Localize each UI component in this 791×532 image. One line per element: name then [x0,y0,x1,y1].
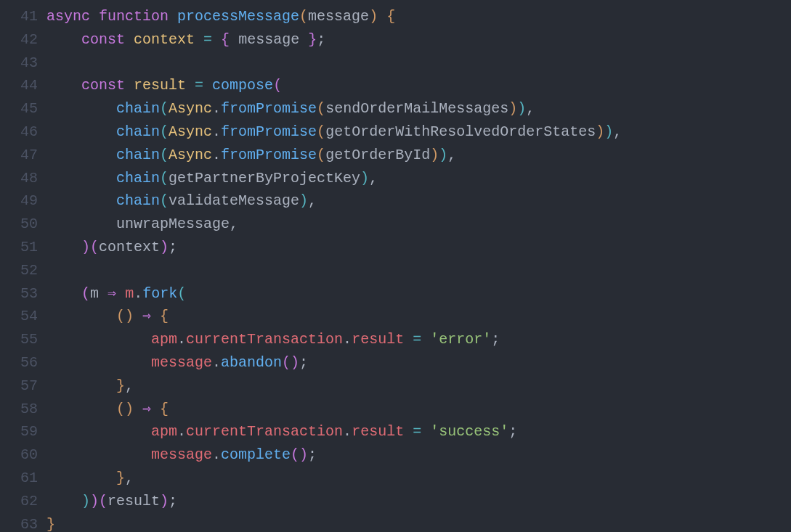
token: getOrderWithResolvedOrderStates [325,123,596,140]
token: { [160,308,169,324]
token: , [125,377,134,394]
code-line[interactable] [46,259,791,282]
token [46,401,116,417]
line-number: 52 [0,259,38,282]
token: . [134,285,142,302]
token: = [413,423,421,440]
code-line[interactable]: const result = compose( [46,74,791,97]
token [46,423,151,440]
code-line[interactable]: apm.currentTransaction.result = 'success… [46,420,791,443]
code-line[interactable]: }, [46,467,791,490]
token: Async [169,147,212,163]
code-line[interactable]: () ⇒ { [46,305,791,328]
code-line[interactable]: message.complete(); [46,443,791,467]
token [134,308,142,324]
code-line[interactable]: apm.currentTransaction.result = 'error'; [46,328,791,351]
token [421,423,430,440]
token: ( [317,100,325,117]
token [46,493,81,510]
token: ( [160,170,169,187]
token: 'error' [430,331,491,348]
line-number: 58 [0,398,38,421]
code-line[interactable]: (m ⇒ m.fork( [46,282,791,306]
token: ( [81,285,90,302]
token: context [99,239,160,255]
token: fork [142,285,177,302]
token: ( [160,192,169,209]
code-line[interactable]: } [46,513,791,532]
token [299,31,308,48]
token: , [308,192,317,209]
code-line[interactable]: chain(validateMessage), [46,189,791,213]
code-line[interactable]: chain(Async.fromPromise(sendOrderMailMes… [46,97,791,120]
token: compose [212,77,273,94]
token: ) [604,123,613,140]
code-line[interactable]: chain(Async.fromPromise(getOrderById)), [46,144,791,167]
code-line[interactable]: }, [46,375,791,398]
token: () [116,401,134,417]
token: ( [160,147,169,163]
token [46,285,81,302]
line-number: 49 [0,189,38,213]
token: currentTransaction [186,331,343,348]
token: . [177,331,186,348]
token [125,77,134,94]
token [46,77,81,94]
token [46,147,116,163]
token: ; [308,446,317,463]
token: apm [151,331,177,348]
token: ) [369,8,378,25]
token: ; [169,493,177,510]
code-line[interactable]: chain(getPartnerByProjectKey), [46,167,791,190]
code-line[interactable]: message.abandon(); [46,351,791,375]
token [46,446,151,463]
token: ; [508,423,517,440]
token [421,331,430,348]
code-line[interactable] [46,52,791,75]
token: , [230,216,238,232]
token: const [81,31,125,48]
token: message [238,31,299,48]
code-area[interactable]: async function processMessage(message) {… [46,5,791,532]
code-line[interactable]: chain(Async.fromPromise(getOrderWithReso… [46,120,791,144]
token [116,285,125,302]
token: . [212,446,221,463]
token: fromPromise [221,147,317,163]
token: , [526,100,535,117]
line-number: 59 [0,420,38,443]
token: ) [160,239,169,255]
token: . [212,147,221,163]
code-line[interactable]: unwrapMessage, [46,213,791,236]
line-number: 61 [0,467,38,490]
token: 'success' [430,423,508,440]
token: chain [116,170,160,187]
token: { [221,31,230,48]
token: m [90,285,99,302]
token [125,31,134,48]
code-line[interactable]: ))(result); [46,490,791,513]
token: apm [151,423,177,440]
token: ) [299,192,308,209]
code-line[interactable]: const context = { message }; [46,28,791,52]
token: , [447,147,456,163]
code-line[interactable]: async function processMessage(message) { [46,5,791,28]
line-number: 41 [0,5,38,28]
code-editor[interactable]: 4142434445464748495051525354555657585960… [0,0,791,532]
token [404,423,413,440]
token [195,31,203,48]
token: () [282,354,299,371]
line-number: 50 [0,213,38,236]
token [169,8,177,25]
token: ; [317,31,325,48]
line-number: 60 [0,443,38,467]
token: = [413,331,421,348]
token: , [369,170,378,187]
token [46,216,116,232]
token: result [352,331,404,348]
code-line[interactable]: () ⇒ { [46,398,791,421]
token: currentTransaction [186,423,343,440]
token: getPartnerByProjectKey [169,170,360,187]
token: . [212,123,221,140]
code-line[interactable]: )(context); [46,236,791,259]
token: unwrapMessage [116,216,230,232]
